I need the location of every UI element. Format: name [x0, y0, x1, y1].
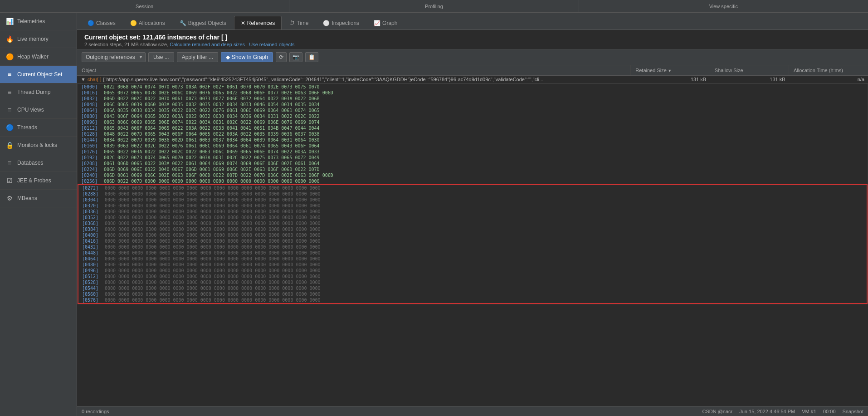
hex-data: 0065 0072 0065 0078 002E 006C 0069 0076 … — [104, 90, 864, 95]
expand-icon[interactable]: ▼ — [81, 77, 86, 82]
bottom-bar: 0 recordings CSDN @nacr Jun 15, 2022 4:4… — [77, 406, 868, 416]
apply-filter-button[interactable]: Apply filter ... — [177, 52, 218, 62]
sidebar-item-thread-dump[interactable]: ≡ Thread Dump — [0, 83, 77, 101]
sidebar-item-monitors-locks[interactable]: 🔒 Monitors & locks — [0, 137, 77, 154]
content-area: 🔵 Classes 🟡 Allocations 🔧 Biggest Object… — [77, 13, 868, 416]
allocations-tab-icon: 🟡 — [130, 20, 137, 26]
show-in-graph-button[interactable]: ◆ Show In Graph — [221, 52, 273, 62]
hex-row: [0560]0000 0000 0000 0000 0000 0000 0000… — [78, 291, 867, 297]
hex-data: 002C 0022 0073 0074 0065 0070 0022 003A … — [104, 155, 864, 160]
hex-index: [0112] — [81, 126, 104, 131]
sidebar-item-live-memory[interactable]: 🔥 Live memory — [0, 30, 77, 48]
hex-index: [0080] — [81, 114, 104, 119]
hex-index: [0128] — [81, 132, 104, 137]
hex-index: [0304] — [82, 197, 105, 202]
jee-probes-icon: ☑ — [5, 176, 14, 185]
hex-row: [0272]0000 0000 0000 0000 0000 0000 0000… — [78, 185, 867, 191]
hex-data: 006D 0022 002C 0022 0070 0061 0073 0073 … — [104, 96, 864, 101]
hex-row: [0096] 0063 006C 0069 0065 006E 0074 002… — [78, 119, 868, 125]
hex-row: [0032] 006D 0022 002C 0022 0070 0061 007… — [78, 96, 868, 102]
sidebar-item-label-thread-dump: Thread Dump — [17, 89, 50, 95]
tab-biggest-objects[interactable]: 🔧 Biggest Objects — [173, 16, 233, 29]
hex-row: [0464]0000 0000 0000 0000 0000 0000 0000… — [78, 256, 867, 262]
hex-row: [0512]0000 0000 0000 0000 0000 0000 0000… — [78, 274, 867, 279]
hex-index: [0256] — [81, 179, 104, 184]
use-retained-link[interactable]: Use retained objects — [249, 42, 294, 47]
tab-classes[interactable]: 🔵 Classes — [81, 16, 122, 29]
tab-inspections[interactable]: ⚪ Inspections — [316, 16, 366, 29]
sidebar-item-label-threads: Threads — [17, 124, 37, 131]
top-bar-profiling: Profiling — [289, 0, 579, 13]
hex-data: 0034 0022 007D 0039 0036 002D 0061 0063 … — [104, 137, 864, 142]
alloc-time-cell: n/a — [789, 76, 868, 83]
top-bar-view-specific: View specific — [579, 0, 868, 13]
sidebar-item-databases[interactable]: ≡ Databases — [0, 154, 77, 172]
hex-index: [0384] — [82, 227, 105, 232]
sidebar-item-label-live-memory: Live memory — [17, 36, 49, 42]
tab-references[interactable]: ✕ References — [234, 16, 282, 29]
hex-row: [0496]0000 0000 0000 0000 0000 0000 0000… — [78, 268, 867, 274]
hex-data: 0000 0000 0000 0000 0000 0000 0000 0000 … — [105, 203, 863, 208]
live-memory-icon: 🔥 — [5, 35, 14, 43]
tab-bar: 🔵 Classes 🟡 Allocations 🔧 Biggest Object… — [77, 13, 868, 30]
hex-index: [0176] — [81, 149, 104, 154]
hex-data: 0000 0000 0000 0000 0000 0000 0000 0000 … — [105, 215, 863, 220]
table-body: ▼ char[ ] ["https://app.superex.live"how… — [77, 76, 868, 83]
hex-row: [0256] 006D 0022 007D 0000 0000 0000 000… — [78, 178, 868, 184]
sidebar-item-label-mbeans: MBeans — [17, 195, 37, 201]
bottom-bar-right: CSDN @nacr Jun 15, 2022 4:46:54 PM VM #1… — [702, 409, 863, 414]
sidebar-item-mbeans[interactable]: ⚙ MBeans — [0, 190, 77, 207]
hex-data: 0043 006F 0064 0065 0022 003A 0022 0032 … — [104, 114, 864, 119]
use-button[interactable]: Use ... — [148, 52, 174, 62]
hex-index: [0432] — [82, 245, 105, 250]
tab-label-time: Time — [297, 20, 308, 26]
hex-data: 0065 0022 003A 0022 0022 002C 0022 0063 … — [104, 149, 864, 154]
sidebar-item-heap-walker[interactable]: 🟠 Heap Walker — [0, 48, 77, 66]
hex-data: 0000 0000 0000 0000 0000 0000 0000 0000 … — [105, 233, 863, 238]
sidebar-item-cpu-views[interactable]: ≡ CPU views — [0, 101, 77, 119]
hex-index: [0576] — [82, 298, 105, 303]
hex-row: [0400]0000 0000 0000 0000 0000 0000 0000… — [78, 232, 867, 238]
sidebar-item-current-object-set[interactable]: ≡ Current Object Set — [0, 66, 77, 83]
time-tab-icon: ⏱ — [289, 20, 295, 26]
databases-icon: ≡ — [5, 159, 14, 167]
hex-data: 0000 0000 0000 0000 0000 0000 0000 0000 … — [105, 227, 863, 232]
sidebar: 📊 Telemetries 🔥 Live memory 🟠 Heap Walke… — [0, 13, 77, 416]
hex-row: [0016] 0065 0072 0065 0078 002E 006C 006… — [78, 90, 868, 96]
refresh-button[interactable]: ⟳ — [276, 52, 287, 62]
main-layout: 📊 Telemetries 🔥 Live memory 🟠 Heap Walke… — [0, 13, 868, 416]
tab-label-allocations: Allocations — [139, 20, 165, 26]
hex-index: [0048] — [81, 102, 104, 107]
hex-index: [0144] — [81, 137, 104, 142]
hex-index: [0224] — [81, 167, 104, 172]
tab-allocations[interactable]: 🟡 Allocations — [123, 16, 172, 29]
hex-data: 0000 0000 0000 0000 0000 0000 0000 0000 … — [105, 262, 863, 267]
header-info: Current object set: 121,466 instances of… — [77, 30, 868, 49]
header-subtitle-text: 2 selection steps, 21 MB shallow size, — [84, 42, 168, 47]
hex-data: 0048 0022 007D 0065 0043 006F 0064 0065 … — [104, 132, 864, 137]
hex-row: [0320]0000 0000 0000 0000 0000 0000 0000… — [78, 203, 867, 209]
sidebar-item-threads[interactable]: 🔵 Threads — [0, 119, 77, 137]
hex-data: 0000 0000 0000 0000 0000 0000 0000 0000 … — [105, 292, 863, 297]
col-header-retained[interactable]: Retained Size — [631, 65, 710, 76]
hex-row: [0528]0000 0000 0000 0000 0000 0000 0000… — [78, 279, 867, 285]
tab-graph[interactable]: 📈 Graph — [367, 16, 404, 29]
tab-time[interactable]: ⏱ Time — [283, 16, 315, 29]
graph-tab-icon: 📈 — [374, 20, 380, 26]
sidebar-item-label-monitors-locks: Monitors & locks — [17, 142, 57, 148]
hex-row: [0112] 0065 0043 006F 0064 0065 0022 003… — [78, 125, 868, 131]
clipboard-button[interactable]: 📋 — [305, 52, 318, 62]
camera-button[interactable]: 📷 — [289, 52, 302, 62]
hex-data: 0000 0000 0000 0000 0000 0000 0000 0000 … — [105, 256, 863, 261]
hex-data: 0000 0000 0000 0000 0000 0000 0000 0000 … — [105, 286, 863, 291]
sidebar-item-telemetries[interactable]: 📊 Telemetries — [0, 13, 77, 30]
sidebar-item-jee-probes[interactable]: ☑ JEE & Probes — [0, 172, 77, 190]
references-tab-icon: ✕ — [241, 20, 245, 26]
hex-row: [0480]0000 0000 0000 0000 0000 0000 0000… — [78, 262, 867, 268]
hex-index: [0016] — [81, 90, 104, 95]
hex-index: [0448] — [82, 250, 105, 255]
calculate-retained-link[interactable]: Calculate retained and deep sizes — [170, 42, 245, 47]
tab-label-references: References — [247, 20, 275, 26]
outgoing-references-select[interactable]: Outgoing referencesIncoming references — [82, 52, 146, 62]
outgoing-references-select-wrap[interactable]: Outgoing referencesIncoming references — [82, 52, 146, 62]
